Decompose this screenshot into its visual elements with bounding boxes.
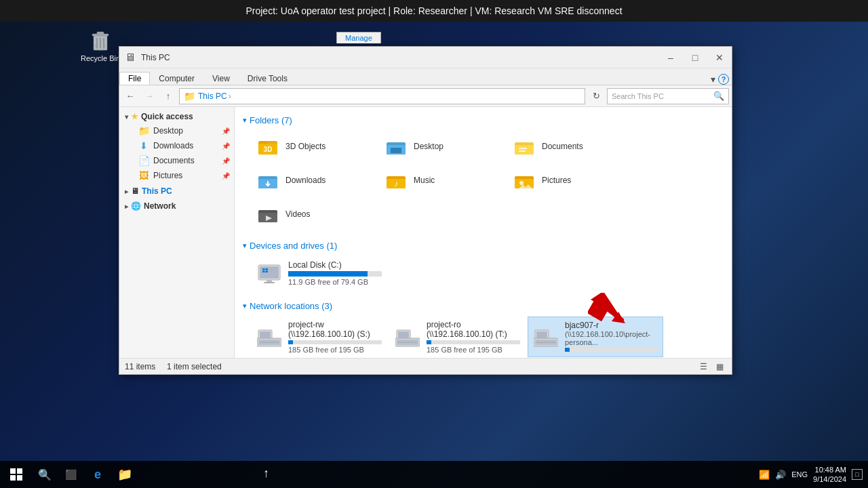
maximize-button[interactable]: □ <box>683 47 707 68</box>
taskbar-clock[interactable]: 10:48 AM 9/14/2024 <box>813 465 846 485</box>
file-explorer-button[interactable]: 📁 <box>111 461 138 488</box>
quick-access-label: Quick access <box>141 112 193 121</box>
task-view-button[interactable]: ⬛ <box>57 461 84 488</box>
address-bar[interactable]: 📁 This PC › <box>179 88 585 104</box>
taskbar: 🔍 ⬛ e 📁 ↑ 📶 🔊 ENG 10:48 AM 9/14/2024 □ <box>0 461 868 488</box>
top-banner: Project: UoA operator test project | Rol… <box>0 0 868 22</box>
folder-pictures[interactable]: Pictures <box>507 165 633 196</box>
sidebar-section-this-pc: ▸ 🖥 This PC <box>119 184 234 198</box>
network-items-row: project-rw (\\192.168.100.10) (S:) 185 G… <box>251 317 724 357</box>
pictures-icon: 🖼 <box>138 170 149 181</box>
ribbon-help-icon[interactable]: ? <box>718 74 729 85</box>
network-ro-name: project-ro (\\192.168.100.10) (T:) <box>427 320 520 339</box>
folder-documents-icon <box>512 134 536 159</box>
items-count: 11 items <box>125 362 155 371</box>
downloads-pin-icon: 📌 <box>222 142 230 150</box>
tab-computer[interactable]: Computer <box>150 72 203 85</box>
sidebar-section-network: ▸ 🌐 Network <box>119 199 234 213</box>
language-indicator[interactable]: ENG <box>791 470 808 479</box>
start-button[interactable] <box>0 461 33 488</box>
network-bjac-icon <box>532 323 559 350</box>
network-rw-name: project-rw (\\192.168.100.10) (S:) <box>288 320 382 339</box>
folder-desktop[interactable]: Desktop <box>379 131 505 162</box>
sidebar-item-downloads[interactable]: ⬇ Downloads 📌 <box>119 138 234 153</box>
tab-view[interactable]: View <box>203 72 239 85</box>
taskbar-search-button[interactable]: 🔍 <box>33 461 57 488</box>
svg-text:3D: 3D <box>264 146 273 153</box>
close-button[interactable]: ✕ <box>707 47 732 68</box>
network-chevron: ▸ <box>125 203 128 210</box>
taskbar-search-icon: 🔍 <box>38 468 52 481</box>
large-icons-view-button[interactable]: ▦ <box>713 360 726 373</box>
sidebar-item-documents[interactable]: 📄 Documents 📌 <box>119 153 234 168</box>
folders-chevron: ▾ <box>243 116 247 125</box>
network-item-project-ro[interactable]: project-ro (\\192.168.100.10) (T:) 185 G… <box>389 317 525 357</box>
ie-button[interactable]: e <box>84 461 111 488</box>
tab-file[interactable]: File <box>119 72 150 85</box>
red-arrow-annotation <box>588 293 629 329</box>
folder-pictures-label: Pictures <box>542 176 571 185</box>
window-title: This PC <box>141 53 658 62</box>
network-rw-bar-container <box>288 340 382 344</box>
status-right: ☰ ▦ <box>696 360 726 373</box>
details-view-button[interactable]: ☰ <box>696 360 710 373</box>
ribbon-collapse-icon[interactable]: ▾ <box>711 74 715 85</box>
explorer-window: Manage 🖥 This PC – □ ✕ File Computer Vie… <box>119 46 732 375</box>
this-pc-icon: 🖥 <box>131 186 139 196</box>
minimize-button[interactable]: – <box>658 47 683 68</box>
sidebar-item-desktop[interactable]: 📁 Desktop 📌 <box>119 123 234 138</box>
drives-grid: Local Disk (C:) 11.9 GB free of 79.4 GB <box>251 256 724 290</box>
manage-tab[interactable]: Manage <box>336 32 381 43</box>
task-view-icon: ⬛ <box>65 469 77 480</box>
this-pc-label: This PC <box>142 186 172 196</box>
svg-rect-11 <box>391 148 401 153</box>
sidebar-header-quick-access[interactable]: ▾ ★ Quick access <box>119 110 234 123</box>
svg-rect-35 <box>260 331 271 338</box>
volume-tray-icon[interactable]: 🔊 <box>775 470 786 480</box>
tab-drive-tools[interactable]: Drive Tools <box>239 72 296 85</box>
drive-c[interactable]: Local Disk (C:) 11.9 GB free of 79.4 GB <box>251 256 387 290</box>
network-tray-icon[interactable]: 📶 <box>759 470 770 480</box>
recycle-bin-label: Recycle Bin <box>81 54 120 62</box>
back-button[interactable]: ← <box>122 88 138 104</box>
network-bjac-bar <box>565 348 570 352</box>
this-pc-chevron: ▸ <box>125 188 128 195</box>
drive-c-info: Local Disk (C:) 11.9 GB free of 79.4 GB <box>288 260 382 286</box>
network-section-header[interactable]: ▾ Network locations (3) <box>243 301 724 311</box>
svg-rect-29 <box>267 280 272 282</box>
folder-downloads-label: Downloads <box>285 176 326 185</box>
folder-3d-objects-icon: 3D <box>256 134 280 159</box>
devices-section-header[interactable]: ▾ Devices and drives (1) <box>243 241 724 251</box>
folder-downloads[interactable]: Downloads <box>251 165 376 196</box>
network-section-title: Network locations (3) <box>250 301 332 311</box>
network-rw-space: 185 GB free of 195 GB <box>288 346 382 354</box>
recycle-bin-icon[interactable]: Recycle Bin <box>80 26 121 62</box>
sidebar-item-pictures[interactable]: 🖼 Pictures 📌 <box>119 168 234 183</box>
network-item-project-rw[interactable]: project-rw (\\192.168.100.10) (S:) 185 G… <box>251 317 387 357</box>
drive-c-name: Local Disk (C:) <box>288 260 382 270</box>
network-icon: 🌐 <box>131 201 141 211</box>
recycle-bin-svg <box>87 26 114 53</box>
refresh-button[interactable]: ↻ <box>588 88 604 104</box>
clock-date: 9/14/2024 <box>813 474 846 484</box>
windows-logo <box>10 468 22 481</box>
folder-documents[interactable]: Documents <box>507 131 633 162</box>
drive-c-bar-container <box>288 271 382 277</box>
content-area: ▾ Folders (7) 3D 3D Objects <box>235 107 732 358</box>
folder-videos[interactable]: Videos <box>251 199 376 230</box>
folders-section-header[interactable]: ▾ Folders (7) <box>243 115 724 125</box>
folder-3d-objects[interactable]: 3D 3D Objects <box>251 131 376 162</box>
notification-center-button[interactable]: □ <box>852 469 863 480</box>
sidebar-header-this-pc[interactable]: ▸ 🖥 This PC <box>119 184 234 198</box>
up-button[interactable]: ↑ <box>160 88 176 104</box>
sidebar-header-network[interactable]: ▸ 🌐 Network <box>119 199 234 213</box>
banner-text: Project: UoA operator test project | Rol… <box>245 5 622 16</box>
ie-icon: e <box>94 468 101 482</box>
folder-music[interactable]: ♪ Music <box>379 165 505 196</box>
selected-count: 1 item selected <box>167 362 222 371</box>
search-box[interactable]: Search This PC 🔍 <box>607 88 729 104</box>
window-controls: – □ ✕ <box>658 47 732 68</box>
folders-section-title: Folders (7) <box>250 115 292 125</box>
devices-chevron: ▾ <box>243 241 247 250</box>
forward-button[interactable]: → <box>141 88 157 104</box>
